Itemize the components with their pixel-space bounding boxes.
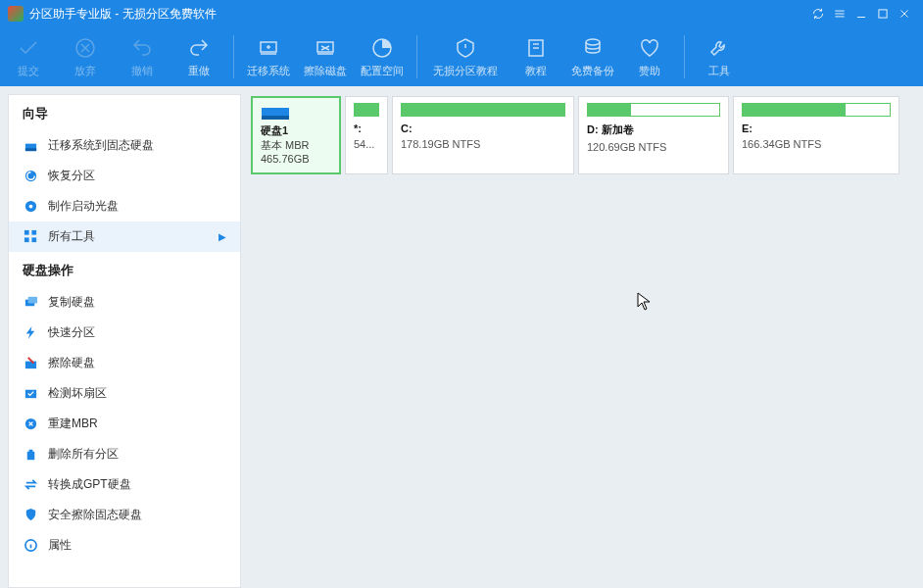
sidebar-item-label: 属性 [48,537,72,554]
toolbar-擦除磁盘[interactable]: 擦除磁盘 [297,27,354,86]
main-toolbar: 提交放弃撤销重做迁移系统擦除磁盘配置空间无损分区教程教程免费备份赞助工具 [0,27,923,86]
partition-info: 166.34GB NTFS [742,138,891,150]
toolbar-工具[interactable]: 工具 [691,27,748,86]
toolbar-label: 工具 [708,64,730,78]
toolbar-label: 重做 [188,64,210,78]
recover-icon [23,169,38,184]
svg-rect-17 [27,297,36,304]
convert-icon [23,477,38,493]
toolbar-label: 擦除磁盘 [304,64,347,78]
sidebar-item-label: 删除所有分区 [48,446,119,463]
sidebar-item-label: 恢复分区 [48,168,95,184]
refresh-icon[interactable] [807,3,829,24]
disk-icon [261,104,290,122]
svg-rect-23 [262,116,289,120]
usage-bar [587,103,720,117]
sidebar-item-label: 安全擦除固态硬盘 [48,507,142,523]
disk-summary-card[interactable]: 硬盘1基本 MBR465.76GB [251,96,341,174]
sidebar-item-check[interactable]: 检测坏扇区 [9,378,240,409]
partition-info: 54... [354,138,379,150]
mbr-icon [23,416,38,432]
svg-rect-3 [317,42,333,52]
partition-card[interactable]: D: 新加卷120.69GB NTFS [578,96,729,174]
sidebar-item-recover[interactable]: 恢复分区 [9,161,240,191]
sidebar-item-secure[interactable]: 安全擦除固态硬盘 [9,500,240,530]
usage-bar [401,103,565,117]
sidebar: 向导迁移系统到固态硬盘恢复分区制作启动光盘所有工具▶硬盘操作复制硬盘快速分区擦除… [8,94,241,588]
migrate-icon [23,138,38,154]
partition-label: *: [354,122,379,134]
sidebar-heading: 硬盘操作 [9,252,240,287]
toolbar-label: 提交 [18,64,39,78]
svg-rect-18 [24,362,35,369]
toolbar-label: 免费备份 [571,64,614,78]
usage-bar [354,103,379,117]
partition-card[interactable]: C:178.19GB NTFS [392,96,574,174]
toolbar-迁移系统[interactable]: 迁移系统 [240,27,297,86]
app-logo-icon [8,6,24,22]
sidebar-item-convert[interactable]: 转换成GPT硬盘 [9,469,240,500]
usage-bar [742,103,891,117]
sidebar-item-grid[interactable]: 所有工具▶ [9,221,240,252]
partition-label: D: 新加卷 [587,122,720,137]
disk-type: 基本 MBR [261,138,331,153]
sidebar-item-label: 检测坏扇区 [48,385,107,402]
sidebar-item-trash[interactable]: 删除所有分区 [9,439,240,469]
main-panel: 硬盘1基本 MBR465.76GB*:54...C:178.19GB NTFSD… [241,86,923,588]
partition-info: 120.69GB NTFS [587,141,720,153]
svg-rect-13 [31,230,36,235]
bolt-icon [23,325,38,341]
toolbar-label: 迁移系统 [247,64,290,78]
maximize-button[interactable] [872,3,894,24]
toolbar-提交: 提交 [0,27,57,86]
info-icon [23,538,38,554]
partition-card[interactable]: E:166.34GB NTFS [733,96,899,174]
toolbar-赞助[interactable]: 赞助 [621,27,678,86]
sidebar-heading: 向导 [9,95,240,130]
menu-icon[interactable] [829,3,850,24]
sidebar-item-info[interactable]: 属性 [9,530,240,561]
sidebar-item-copy[interactable]: 复制硬盘 [9,287,240,318]
grid-icon [23,229,38,245]
toolbar-label: 放弃 [74,64,96,78]
toolbar-label: 撤销 [131,64,153,78]
sidebar-item-erase[interactable]: 擦除硬盘 [9,348,240,378]
sidebar-item-label: 所有工具 [48,228,95,245]
sidebar-item-label: 重建MBR [48,416,98,432]
copy-icon [23,295,38,311]
toolbar-免费备份[interactable]: 免费备份 [564,27,621,86]
svg-point-11 [28,205,32,209]
disk-row: 硬盘1基本 MBR465.76GB*:54...C:178.19GB NTFSD… [251,96,913,174]
svg-rect-14 [24,237,28,242]
window-title: 分区助手专业版 - 无损分区免费软件 [29,6,807,23]
toolbar-label: 无损分区教程 [433,64,498,78]
toolbar-重做[interactable]: 重做 [170,27,227,86]
chevron-right-icon: ▶ [219,231,226,242]
sidebar-item-label: 快速分区 [48,324,95,341]
sidebar-item-bolt[interactable]: 快速分区 [9,318,240,348]
toolbar-放弃: 放弃 [57,27,114,86]
trash-icon [23,447,38,463]
partition-label: E: [742,122,891,134]
close-button[interactable] [894,3,915,24]
sidebar-item-bootdisk[interactable]: 制作启动光盘 [9,191,240,221]
minimize-button[interactable] [850,3,872,24]
partition-info: 178.19GB NTFS [401,138,565,150]
svg-rect-0 [879,10,887,18]
toolbar-无损分区教程[interactable]: 无损分区教程 [423,27,508,86]
sidebar-item-migrate[interactable]: 迁移系统到固态硬盘 [9,130,240,161]
toolbar-label: 赞助 [639,64,660,78]
partition-card[interactable]: *:54... [345,96,388,174]
sidebar-item-label: 迁移系统到固态硬盘 [48,137,154,154]
title-bar: 分区助手专业版 - 无损分区免费软件 [0,0,923,27]
svg-rect-8 [24,148,35,151]
toolbar-教程[interactable]: 教程 [508,27,564,86]
toolbar-配置空间[interactable]: 配置空间 [354,27,411,86]
erase-icon [23,356,38,371]
sidebar-item-mbr[interactable]: 重建MBR [9,409,240,439]
disk-name: 硬盘1 [261,123,331,138]
sidebar-item-label: 转换成GPT硬盘 [48,476,131,493]
toolbar-label: 配置空间 [361,64,404,78]
svg-point-6 [586,39,600,45]
sidebar-item-label: 复制硬盘 [48,294,95,311]
